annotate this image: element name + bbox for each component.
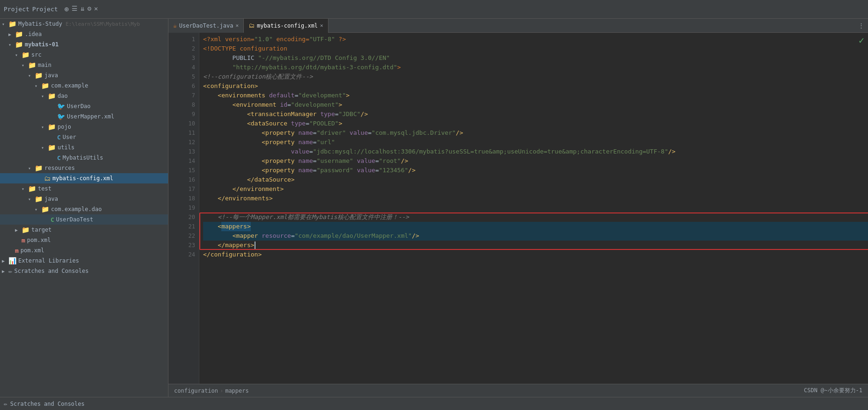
utils-label: utils: [58, 144, 74, 151]
code-line-15: <property name="password" value="123456"…: [203, 166, 868, 175]
sidebar-item-test-java[interactable]: ▾ 📁 java: [0, 194, 168, 204]
gutter: [168, 33, 178, 384]
pom2-icon: m: [15, 247, 19, 254]
dao-arrow: ▾: [41, 94, 48, 99]
breadcrumb-mappers[interactable]: mappers: [225, 388, 249, 394]
toolbar-left: Project Project ⊕ ☰ ⇊ ⚙ ✕: [4, 5, 98, 14]
bottom-bar: configuration › mappers CSDN @~小余要努力-1: [168, 384, 868, 397]
code-line-14: <property name="username" value="root"/>: [203, 156, 868, 166]
ln-4: 4: [180, 63, 195, 72]
ln-6: 6: [180, 81, 195, 91]
sidebar-item-test[interactable]: ▾ 📁 test: [0, 183, 168, 194]
test-java-label: java: [44, 196, 58, 202]
code-line-19: [203, 203, 868, 212]
ln-5: 5: [180, 72, 195, 81]
toolbar-icons: ⊕ ☰ ⇊ ⚙ ✕: [65, 5, 98, 14]
line-numbers: 1 2 3 4 5 6 7 8 9 10 11 12 13 14 15 16 1: [178, 33, 199, 384]
ln-23: 23: [180, 241, 195, 250]
sidebar-item-test-dao[interactable]: ▾ 📁 com.example.dao: [0, 204, 168, 214]
code-line-23: </mappers>: [203, 241, 868, 250]
sidebar-item-user[interactable]: C User: [0, 132, 168, 142]
test-folder-icon: 📁: [28, 185, 36, 192]
sidebar-item-pom2[interactable]: m pom.xml: [0, 245, 168, 256]
tab-bar: ☕ UserDaoTest.java ✕ 🗂 mybatis-config.xm…: [168, 19, 868, 33]
sidebar-item-pom1[interactable]: m pom.xml: [0, 235, 168, 245]
sidebar-item-dao[interactable]: ▾ 📁 dao: [0, 91, 168, 101]
java-label: java: [44, 72, 58, 79]
sidebar-item-src[interactable]: ▾ 📁 src: [0, 50, 168, 60]
settings-icon[interactable]: ⚙: [88, 5, 91, 14]
scratches-icon: ✏: [8, 267, 12, 275]
code-line-20: <!--每一个Mapper.xml都需要在Mybatis核心配置文件中注册！--…: [203, 212, 868, 222]
test-java-arrow: ▾: [28, 197, 35, 202]
ln-1: 1: [180, 35, 195, 44]
comexample-label: com.example: [51, 82, 88, 89]
ln-14: 14: [180, 156, 195, 166]
pojo-folder-icon: 📁: [48, 123, 56, 131]
sidebar-item-java[interactable]: ▾ 📁 java: [0, 70, 168, 81]
sidebar-item-userdaotest[interactable]: C UserDaoTest: [0, 214, 168, 225]
tab-more[interactable]: ⋮: [854, 22, 868, 29]
project-label[interactable]: Project: [4, 6, 29, 13]
sidebar-item-mybatisutils[interactable]: C MybatisUtils: [0, 153, 168, 163]
cursor: [255, 242, 255, 249]
test-label: test: [38, 185, 51, 192]
idea-label: .idea: [25, 31, 42, 37]
main-folder-icon: 📁: [28, 61, 36, 69]
close-icon[interactable]: ✕: [94, 5, 98, 14]
code-area[interactable]: <?xml version="1.0" encoding="UTF-8" ?> …: [199, 33, 868, 384]
sidebar-item-userdao[interactable]: 🐦 UserDao: [0, 101, 168, 111]
utils-arrow: ▾: [41, 145, 48, 150]
sidebar-item-mybatis01[interactable]: ▾ 📁 mybatis-01: [0, 39, 168, 50]
usermapper-label: UserMapper.xml: [67, 113, 114, 120]
userdao-label: UserDao: [67, 103, 91, 110]
java-arrow: ▾: [28, 73, 35, 78]
target-folder-icon: 📁: [22, 226, 29, 234]
sidebar-item-usermapper[interactable]: 🐦 UserMapper.xml: [0, 111, 168, 122]
root-arrow: ▾: [2, 22, 8, 27]
breadcrumb-sep: ›: [220, 388, 223, 394]
sidebar-item-utils[interactable]: ▾ 📁 utils: [0, 142, 168, 153]
java-folder-icon: 📁: [35, 72, 43, 79]
pom1-icon: m: [22, 237, 25, 244]
add-icon[interactable]: ⊕: [65, 5, 69, 14]
code-line-1: <?xml version="1.0" encoding="UTF-8" ?>: [203, 35, 868, 44]
ln-22: 22: [180, 231, 195, 241]
code-line-7: <environments default="development">: [203, 91, 868, 100]
code-line-16: </dataSource>: [203, 175, 868, 184]
code-line-4: "http://mybatis.org/dtd/mybatis-3-config…: [203, 63, 868, 72]
tab-userdaotest[interactable]: ☕ UserDaoTest.java ✕: [168, 19, 244, 33]
scratches-bar-label[interactable]: Scratches and Consoles: [10, 401, 85, 407]
comexample-arrow: ▾: [35, 83, 41, 88]
test-dao-folder-icon: 📁: [41, 205, 49, 213]
sidebar-item-scratches[interactable]: ▶ ✏ Scratches and Consoles: [0, 266, 168, 276]
src-label: src: [31, 51, 42, 58]
extlibs-arrow: ▶: [2, 258, 8, 264]
userdaotest-icon: C: [51, 216, 54, 223]
sidebar-item-mybatisconfig[interactable]: 🗂 mybatis-config.xml: [0, 173, 168, 183]
code-line-6: <configuration>: [203, 81, 868, 91]
breadcrumb-configuration[interactable]: configuration: [174, 388, 218, 394]
scratches-bottom-bar: ✏ Scratches and Consoles: [0, 397, 868, 410]
sidebar-item-target[interactable]: ▶ 📁 target: [0, 225, 168, 235]
sidebar-item-idea[interactable]: ▶ 📁 .idea: [0, 29, 168, 39]
sidebar-item-comexample[interactable]: ▾ 📁 com.example: [0, 81, 168, 91]
tab-mybatisconfig[interactable]: 🗂 mybatis-config.xml ✕: [244, 19, 328, 33]
code-line-5: <!--configuration核心配置文件-->: [203, 72, 868, 81]
pojo-label: pojo: [58, 124, 71, 130]
sidebar-item-main[interactable]: ▾ 📁 main: [0, 60, 168, 70]
tab-mybatisconfig-close[interactable]: ✕: [320, 22, 323, 29]
collapse-icon[interactable]: ⇊: [80, 5, 84, 14]
layout-icon[interactable]: ☰: [72, 5, 78, 14]
tree-root[interactable]: ▾ 📁 Mybatis-Study E:\learn\SSM\Mybatis\M…: [0, 19, 168, 29]
root-folder-icon: 📁: [8, 20, 16, 28]
ln-24: 24: [180, 250, 195, 259]
sidebar-item-resources[interactable]: ▾ 📁 resources: [0, 163, 168, 173]
tab-userdaotest-close[interactable]: ✕: [235, 22, 239, 29]
tab-userdaotest-label: UserDaoTest.java: [179, 22, 233, 29]
extlibs-icon: 📊: [8, 257, 16, 264]
sidebar-item-extlibs[interactable]: ▶ 📊 External Libraries: [0, 256, 168, 266]
sidebar-item-pojo[interactable]: ▾ 📁 pojo: [0, 122, 168, 132]
ln-12: 12: [180, 138, 195, 147]
ln-7: 7: [180, 91, 195, 100]
